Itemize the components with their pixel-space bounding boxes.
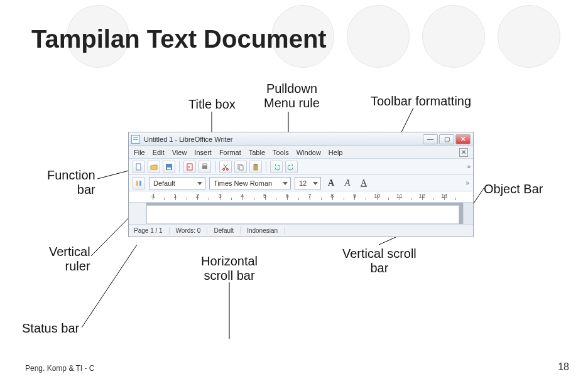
status-language: Indonesian [247,227,285,234]
close-button[interactable]: ✕ [455,134,471,144]
window-title: Untitled 1 - LibreOffice Writer [144,136,423,143]
cut-button[interactable] [219,161,232,173]
footer-left: Peng. Komp & TI - C [25,364,95,373]
bold-button[interactable]: A [325,177,337,189]
minimize-button[interactable]: ― [423,134,438,144]
menu-table[interactable]: Table [249,149,265,156]
vertical-scrollbar[interactable] [463,203,473,224]
status-words: Words: 0 [176,227,208,234]
horizontal-ruler[interactable]: -112345678910111213 [129,191,473,203]
vertical-ruler[interactable] [129,203,146,224]
format-overflow[interactable]: » [466,179,469,186]
styles-button[interactable] [133,177,145,189]
function-toolbar: P » [129,159,473,175]
svg-rect-9 [136,164,141,170]
label-function-bar: Function bar [47,168,95,197]
document-area [129,203,473,224]
label-pulldown: Pulldown Menu rule [264,82,320,110]
menu-format[interactable]: Format [219,149,241,156]
svg-rect-21 [254,164,257,165]
print-button[interactable] [199,161,211,173]
menubar: File Edit View Insert Format Table Tools… [129,146,473,159]
status-style: Default [214,227,241,234]
document-icon [131,135,140,144]
menu-tools[interactable]: Tools [273,149,289,156]
italic-button[interactable]: A [341,177,354,189]
titlebar: Untitled 1 - LibreOffice Writer ― ▢ ✕ [129,132,473,146]
menu-insert[interactable]: Insert [194,149,212,156]
redo-button[interactable] [285,161,298,173]
menu-edit[interactable]: Edit [153,149,165,156]
save-button[interactable] [163,161,175,173]
svg-rect-22 [136,181,138,186]
open-button[interactable] [148,161,160,173]
statusbar: Page 1 / 1 Words: 0 Default Indonesian [129,224,473,237]
label-toolbar-formatting: Toolbar formatting [371,94,471,109]
paragraph-style-combo[interactable]: Default [149,177,205,189]
document-page[interactable] [146,205,459,224]
decor-circle [422,5,485,68]
svg-rect-20 [254,164,258,170]
font-name-combo[interactable]: Times New Roman [209,177,291,189]
svg-rect-11 [167,168,171,169]
menu-window[interactable]: Window [297,149,321,156]
maximize-button[interactable]: ▢ [439,134,454,144]
writer-window: Untitled 1 - LibreOffice Writer ― ▢ ✕ Fi… [128,132,474,237]
menu-help[interactable]: Help [329,149,343,156]
label-title-box: Title box [188,97,236,112]
label-vertical-scroll: Vertical scroll bar [342,247,416,275]
menu-view[interactable]: View [172,149,187,156]
label-horizontal-scroll: Horizontal scroll bar [201,254,258,283]
label-vertical-ruler: Vertical ruler [49,245,90,274]
export-pdf-button[interactable]: P [183,161,196,173]
decor-circle [498,5,560,68]
svg-rect-15 [203,164,207,166]
paste-button[interactable] [249,161,262,173]
label-status-bar: Status bar [22,321,79,336]
decor-circle [347,5,410,68]
toolbar-overflow[interactable]: » [467,163,469,170]
copy-button[interactable] [234,161,247,173]
slide-title: Tampilan Text Document [31,25,327,53]
undo-button[interactable] [270,161,283,173]
svg-rect-23 [139,181,141,186]
font-size-combo[interactable]: 12 [295,177,321,189]
underline-button[interactable]: A [357,177,370,189]
menu-file[interactable]: File [134,149,145,156]
status-page: Page 1 / 1 [134,227,170,234]
slide-number: 18 [558,361,569,373]
svg-rect-19 [239,166,243,170]
label-object-bar: Object Bar [484,182,543,196]
svg-rect-14 [202,166,207,169]
doc-close-button[interactable]: ✕ [459,148,468,157]
new-doc-button[interactable] [133,161,145,173]
format-toolbar: Default Times New Roman 12 A A A » [129,175,473,191]
